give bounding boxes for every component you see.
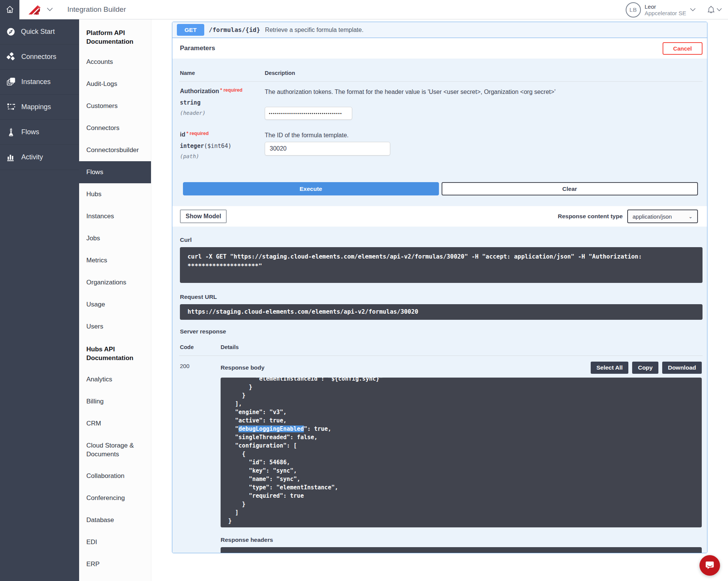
select-all-button[interactable]: Select All xyxy=(591,362,628,374)
sidebar-item-flows[interactable]: Flows xyxy=(0,120,79,145)
sidebar-item-label: Connectors xyxy=(21,53,56,61)
endpoint-summary: Retrieve a specific formula template. xyxy=(265,27,364,33)
param-description: The authorization tokens. The format for… xyxy=(265,89,699,95)
sidebar-item-connectors[interactable]: Connectors xyxy=(0,44,79,70)
docs-item-organizations[interactable]: Organizations xyxy=(79,271,151,294)
docs-item-connectorsbuilder[interactable]: Connectorsbuilder xyxy=(79,139,151,161)
response-headers: cache-control: no-cache, no-store, must-… xyxy=(228,552,694,553)
user-org: Appcelerator SE xyxy=(645,10,686,16)
docs-item-database[interactable]: Database xyxy=(79,509,151,531)
layers-icon xyxy=(6,78,16,86)
docs-item-usage[interactable]: Usage xyxy=(79,294,151,316)
endpoint-header[interactable]: GET /formulas/{id} Retrieve a specific f… xyxy=(172,22,707,38)
docs-sidebar: Platform API Documentation Accounts Audi… xyxy=(79,19,151,581)
response-content-type-value: application/json xyxy=(633,213,672,220)
sidebar-item-label: Activity xyxy=(21,153,43,161)
response-content-type-select[interactable]: application/json ⌄ xyxy=(627,210,698,223)
param-location: (path) xyxy=(180,153,265,159)
docs-item-collaboration[interactable]: Collaboration xyxy=(79,465,151,487)
main-content: GET /formulas/{id} Retrieve a specific f… xyxy=(151,19,728,581)
sidebar-item-activity[interactable]: Activity xyxy=(0,145,79,170)
docs-item-customers[interactable]: Customers xyxy=(79,95,151,117)
docs-item-analytics[interactable]: Analytics xyxy=(79,368,151,391)
request-url-block: https://staging.cloud-elements.com/eleme… xyxy=(180,304,703,320)
docs-item-billing[interactable]: Billing xyxy=(79,391,151,413)
sidebar-item-label: Instances xyxy=(21,78,51,86)
connectors-icon xyxy=(6,52,16,61)
docs-heading-platform-api: Platform API Documentation xyxy=(79,28,151,47)
docs-item-audit-logs[interactable]: Audit-Logs xyxy=(79,73,151,95)
selected-text: debugLoggingEnabled xyxy=(238,425,304,432)
request-url-label: Request URL xyxy=(180,294,707,300)
id-input[interactable] xyxy=(265,142,390,156)
topbar: Integration Builder LB Leor Appcelerator… xyxy=(0,0,728,19)
notifications-chevron-icon[interactable] xyxy=(717,8,722,11)
docs-heading-hubs-api: Hubs API Documentation xyxy=(79,344,151,363)
sidebar-item-mappings[interactable]: Mappings xyxy=(0,95,79,120)
avatar[interactable]: LB xyxy=(626,2,641,17)
docs-item-conferencing[interactable]: Conferencing xyxy=(79,487,151,509)
authorization-input[interactable]: •••••••••••••••••••••••••••••••••••• xyxy=(265,107,352,120)
cancel-button[interactable]: Cancel xyxy=(663,42,703,55)
curl-command-block: curl -X GET "https://staging.cloud-eleme… xyxy=(180,247,703,283)
highlighted-json-line: "debugLoggingEnabled": true, xyxy=(228,425,331,432)
param-row-authorization: Authorization* required string (header) … xyxy=(172,82,707,120)
column-header-code: Code xyxy=(172,344,221,350)
param-location: (header) xyxy=(180,110,265,116)
response-json: "singleThreaded": false, "configuration"… xyxy=(228,434,338,524)
docs-item-connectors[interactable]: Connectors xyxy=(79,117,151,139)
docs-item-accounts[interactable]: Accounts xyxy=(79,51,151,73)
docs-item-edi[interactable]: EDI xyxy=(79,531,151,553)
responses-section: Curl curl -X GET "https://staging.cloud-… xyxy=(172,227,707,553)
endpoint-block: GET /formulas/{id} Retrieve a specific f… xyxy=(172,22,707,553)
primary-sidebar: Quick Start Connectors Instances xyxy=(0,19,79,581)
flask-icon xyxy=(6,128,16,137)
table-divider xyxy=(179,356,703,356)
parameters-title: Parameters xyxy=(180,44,215,52)
parameters-section: Name Description Authorization* required… xyxy=(172,59,707,206)
sidebar-item-label: Flows xyxy=(21,128,39,136)
column-header-name: Name xyxy=(172,70,265,76)
docs-item-crm[interactable]: CRM xyxy=(79,413,151,435)
response-row: 200 Response body Select All Copy Downlo… xyxy=(172,361,707,553)
docs-item-cloud-storage[interactable]: Cloud Storage & Documents xyxy=(79,435,151,465)
param-description: The ID of the formula template. xyxy=(265,132,699,139)
app-switcher-chevron-icon[interactable] xyxy=(47,8,53,11)
home-icon xyxy=(5,5,14,14)
status-code: 200 xyxy=(172,361,221,553)
home-button[interactable] xyxy=(0,0,19,19)
sidebar-item-instances[interactable]: Instances xyxy=(0,70,79,95)
column-header-details: Details xyxy=(221,344,239,350)
show-model-button[interactable]: Show Model xyxy=(180,210,227,223)
param-row-id: id* required integer($int64) (path) The … xyxy=(172,125,707,159)
docs-item-jobs[interactable]: Jobs xyxy=(79,227,151,249)
sidebar-item-label: Mappings xyxy=(21,103,51,111)
method-badge: GET xyxy=(177,24,204,36)
response-body-block[interactable]: "elementInstanceId": "${config.sync}" } … xyxy=(221,378,702,527)
docs-item-erp[interactable]: ERP xyxy=(79,553,151,575)
endpoint-path: /formulas/{id} xyxy=(209,26,260,33)
sidebar-item-quick-start[interactable]: Quick Start xyxy=(0,19,79,44)
param-name: Authorization xyxy=(180,88,219,94)
docs-item-instances[interactable]: Instances xyxy=(79,205,151,227)
response-headers-label: Response headers xyxy=(221,537,702,543)
request-url: https://staging.cloud-elements.com/eleme… xyxy=(188,308,695,316)
required-marker: * required xyxy=(220,87,242,93)
chat-launcher-button[interactable] xyxy=(699,555,720,576)
cloud-elements-logo[interactable] xyxy=(26,3,44,16)
chevron-down-icon: ⌄ xyxy=(688,214,693,219)
download-button[interactable]: Download xyxy=(662,362,702,374)
docs-item-users[interactable]: Users xyxy=(79,316,151,338)
curl-label: Curl xyxy=(180,227,707,243)
user-name: Leor xyxy=(645,3,686,10)
execute-button[interactable]: Execute xyxy=(183,182,439,195)
model-bar: Show Model Response content type applica… xyxy=(172,206,707,227)
user-menu-chevron-icon[interactable] xyxy=(690,8,696,11)
docs-item-metrics[interactable]: Metrics xyxy=(79,249,151,271)
response-content-type-label: Response content type xyxy=(558,213,623,220)
copy-button[interactable]: Copy xyxy=(632,362,658,374)
docs-item-flows[interactable]: Flows xyxy=(79,161,151,183)
clear-button[interactable]: Clear xyxy=(442,182,698,195)
notifications-bell-icon[interactable] xyxy=(707,5,715,14)
docs-item-hubs[interactable]: Hubs xyxy=(79,183,151,205)
